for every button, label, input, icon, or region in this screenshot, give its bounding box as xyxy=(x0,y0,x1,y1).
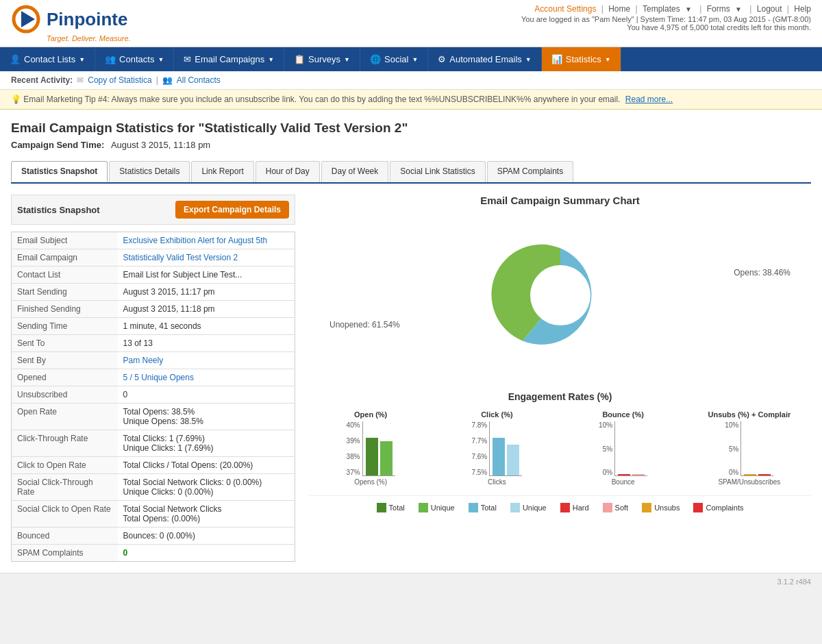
finished-sending-label: Finished Sending xyxy=(12,301,118,318)
tip-read-more-link[interactable]: Read more... xyxy=(625,95,673,104)
nav-contacts-label: Contacts xyxy=(119,54,154,64)
top-bar: Pinpointe Target. Deliver. Measure. Acco… xyxy=(0,0,822,47)
help-link[interactable]: Help xyxy=(794,4,811,14)
contacts-arrow: ▼ xyxy=(158,56,164,63)
home-link[interactable]: Home xyxy=(608,4,630,14)
social-cto-label: Social Click to Open Rate xyxy=(12,501,118,528)
bar-chart-open-title: Open (%) xyxy=(354,410,387,419)
tab-social-link-statistics[interactable]: Social Link Statistics xyxy=(390,161,485,182)
cto-rate-value: Total Clicks / Total Opens: (20.00%) xyxy=(118,457,295,474)
tab-hour-of-day[interactable]: Hour of Day xyxy=(256,161,320,182)
opened-link[interactable]: 5 / 5 Unique Opens xyxy=(123,373,194,382)
email-campaign-label: Email Campaign xyxy=(12,249,118,267)
breadcrumb-sep: | xyxy=(156,75,158,85)
open-rate-value: Total Opens: 38.5%Unique Opens: 38.5% xyxy=(118,404,295,430)
table-row: Opened 5 / 5 Unique Opens xyxy=(12,369,295,386)
legend-color-soft xyxy=(603,503,612,512)
social-ctr-label: Social Click-Through Rate xyxy=(12,474,118,501)
export-campaign-details-button[interactable]: Export Campaign Details xyxy=(175,201,289,219)
email-campaign-link[interactable]: Statistically Valid Test Version 2 xyxy=(123,253,238,262)
tab-statistics-details[interactable]: Statistics Details xyxy=(109,161,190,182)
legend-complaints: Complaints xyxy=(693,503,743,512)
forms-link[interactable]: Forms xyxy=(707,4,730,14)
open-rate-label: Open Rate xyxy=(12,404,118,430)
statistics-arrow: ▼ xyxy=(605,56,611,63)
unsubscribed-value: 0 xyxy=(118,386,295,404)
table-row: Open Rate Total Opens: 38.5%Unique Opens… xyxy=(12,404,295,430)
contact-lists-arrow: ▼ xyxy=(79,56,85,63)
logout-link[interactable]: Logout xyxy=(757,4,782,14)
bar-open-total xyxy=(366,438,378,475)
legend-color-total-open xyxy=(377,503,386,512)
ctr-label: Click-Through Rate xyxy=(12,430,118,457)
donut-chart-container: Opens: 38.46% Unopened: 61.54% xyxy=(309,213,811,377)
breadcrumb-link1[interactable]: Copy of Statistica xyxy=(88,75,151,85)
donut-unopened-label: Unopened: 61.54% xyxy=(329,320,400,330)
nav-email-campaigns[interactable]: ✉ Email Campaigns ▼ xyxy=(174,47,284,71)
cto-rate-label: Click to Open Rate xyxy=(12,457,118,474)
legend-total-open: Total xyxy=(377,503,405,512)
social-icon: 🌐 xyxy=(370,54,381,64)
nav-automated-emails[interactable]: ⚙ Automated Emails ▼ xyxy=(428,47,541,71)
top-right: Account Settings | Home | Templates ▼ | … xyxy=(521,4,811,32)
table-row: Social Click to Open Rate Total Social N… xyxy=(12,501,295,528)
legend-color-unsubs xyxy=(642,503,651,512)
table-row: Click-Through Rate Total Clicks: 1 (7.69… xyxy=(12,430,295,457)
tip-bar: 💡 Email Marketing Tip #4: Always make su… xyxy=(0,90,822,110)
email-subject-link[interactable]: Exclusive Exhibition Alert for August 5t… xyxy=(123,236,268,245)
engagement-title: Engagement Rates (%) xyxy=(309,391,811,402)
nav-statistics[interactable]: 📊 Statistics ▼ xyxy=(542,47,621,71)
bar-spam-complaints xyxy=(758,474,771,475)
left-panel: Statistics Snapshot Export Campaign Deta… xyxy=(11,195,295,562)
stats-panel-header: Statistics Snapshot Export Campaign Deta… xyxy=(11,195,295,225)
start-sending-label: Start Sending xyxy=(12,284,118,301)
contact-lists-icon: 👤 xyxy=(10,54,21,64)
stats-table: Email Subject Exclusive Exhibition Alert… xyxy=(11,232,295,562)
nav-contact-lists-label: Contact Lists xyxy=(24,54,75,64)
bounced-value: Bounces: 0 (0.00%) xyxy=(118,528,295,545)
bar-charts: Open (%) 40%39%38%37% Opens (%) Cl xyxy=(309,410,811,486)
sent-by-label: Sent By xyxy=(12,352,118,369)
start-sending-value: August 3 2015, 11:17 pm xyxy=(118,284,295,301)
nav-automated-emails-label: Automated Emails xyxy=(449,54,522,64)
breadcrumb-link2[interactable]: All Contacts xyxy=(177,75,221,85)
legend-unique-click: Unique xyxy=(510,503,547,512)
table-row: Social Click-Through Rate Total Social N… xyxy=(12,474,295,501)
tab-statistics-snapshot[interactable]: Statistics Snapshot xyxy=(11,161,108,182)
logo-icon xyxy=(11,4,41,34)
nav-contact-lists[interactable]: 👤 Contact Lists ▼ xyxy=(0,47,95,71)
bar-click-total xyxy=(493,438,505,475)
tab-day-of-week[interactable]: Day of Week xyxy=(321,161,388,182)
bounced-label: Bounced xyxy=(12,528,118,545)
nav-social[interactable]: 🌐 Social ▼ xyxy=(360,47,428,71)
legend-unique-open: Unique xyxy=(419,503,455,512)
unsubscribed-label: Unsubscribed xyxy=(12,386,118,404)
logo-text: Pinpointe xyxy=(47,9,127,30)
email-campaign-value: Statistically Valid Test Version 2 xyxy=(118,249,295,267)
sending-time-label: Sending Time xyxy=(12,318,118,335)
send-time: Campaign Send Time: August 3 2015, 11:18… xyxy=(11,140,811,150)
bar-chart-open: Open (%) 40%39%38%37% Opens (%) xyxy=(309,410,432,486)
sent-by-link[interactable]: Pam Neely xyxy=(123,356,164,365)
breadcrumb-icon1: ✉ xyxy=(77,75,84,85)
breadcrumb-bar: Recent Activity: ✉ Copy of Statistica | … xyxy=(0,71,822,90)
bar-bounce-hard xyxy=(618,474,630,475)
table-row: Sent By Pam Neely xyxy=(12,352,295,369)
legend-hard-bounce: Hard xyxy=(560,503,589,512)
tab-spam-complaints[interactable]: SPAM Complaints xyxy=(487,161,573,182)
tab-link-report[interactable]: Link Report xyxy=(191,161,253,182)
spam-complaints-label: SPAM Complaints xyxy=(12,545,118,562)
nav-contacts[interactable]: 👥 Contacts ▼ xyxy=(95,47,174,71)
contact-list-value: Email List for Subject Line Test... xyxy=(118,267,295,284)
account-settings-link[interactable]: Account Settings xyxy=(534,4,596,14)
logo-area: Pinpointe Target. Deliver. Measure. xyxy=(11,4,131,42)
table-row: SPAM Complaints 0 xyxy=(12,545,295,562)
sent-to-value: 13 of 13 xyxy=(118,335,295,352)
nav-surveys[interactable]: 📋 Surveys ▼ xyxy=(284,47,360,71)
table-row: Click to Open Rate Total Clicks / Total … xyxy=(12,457,295,474)
tabs: Statistics Snapshot Statistics Details L… xyxy=(11,161,811,184)
table-row: Start Sending August 3 2015, 11:17 pm xyxy=(12,284,295,301)
templates-link[interactable]: Templates xyxy=(643,4,680,14)
sent-by-value: Pam Neely xyxy=(118,352,295,369)
bar-chart-click-title: Click (%) xyxy=(481,410,512,419)
